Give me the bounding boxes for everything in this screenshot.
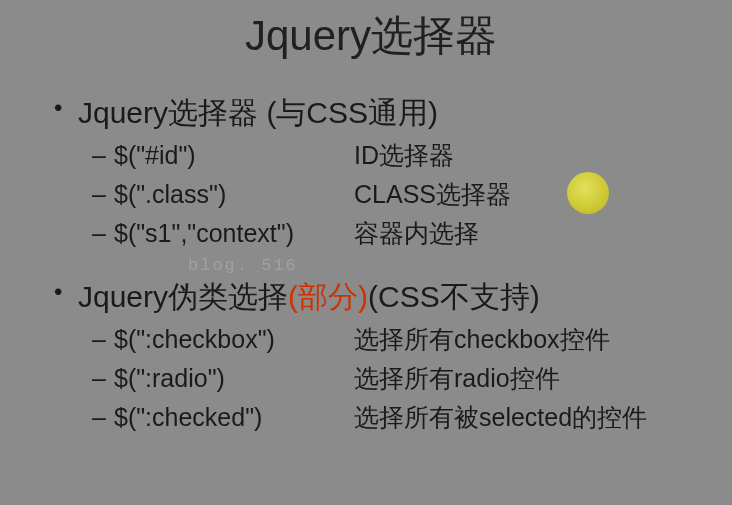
heading-post: (CSS不支持) [368,280,540,313]
bullet-item-selectors: Jquery选择器 (与CSS通用) $("#id") ID选择器 $(".cl… [50,92,692,252]
code-text: $("s1","context") [114,214,354,253]
bullet-heading: Jquery伪类选择(部分)(CSS不支持) [78,276,692,318]
bullet-heading: Jquery选择器 (与CSS通用) [78,92,692,134]
slide-title: Jquery选择器 [50,8,692,64]
sub-item: $(":checkbox") 选择所有checkbox控件 [92,320,692,359]
cursor-dot-icon [567,172,609,214]
sub-item: $("#id") ID选择器 [92,136,692,175]
desc-text: 选择所有被selected的控件 [354,398,692,437]
bullet-item-pseudo: Jquery伪类选择(部分)(CSS不支持) $(":checkbox") 选择… [50,276,692,436]
desc-text: 容器内选择 [354,214,692,253]
desc-text: CLASS选择器 [354,175,692,214]
sub-item: $(":checked") 选择所有被selected的控件 [92,398,692,437]
heading-pre: Jquery伪类选择 [78,280,288,313]
slide: Jquery选择器 Jquery选择器 (与CSS通用) $("#id") ID… [0,0,732,481]
desc-text: 选择所有radio控件 [354,359,692,398]
sub-item: $(":radio") 选择所有radio控件 [92,359,692,398]
bullet-list: Jquery选择器 (与CSS通用) $("#id") ID选择器 $(".cl… [50,92,692,437]
desc-text: ID选择器 [354,136,692,175]
sub-item: $("s1","context") 容器内选择 [92,214,692,253]
code-text: $(":checked") [114,398,354,437]
code-text: $(".class") [114,175,354,214]
heading-red: (部分) [288,280,368,313]
sub-list: $(":checkbox") 选择所有checkbox控件 $(":radio"… [78,320,692,436]
code-text: $(":radio") [114,359,354,398]
code-text: $("#id") [114,136,354,175]
desc-text: 选择所有checkbox控件 [354,320,692,359]
code-text: $(":checkbox") [114,320,354,359]
